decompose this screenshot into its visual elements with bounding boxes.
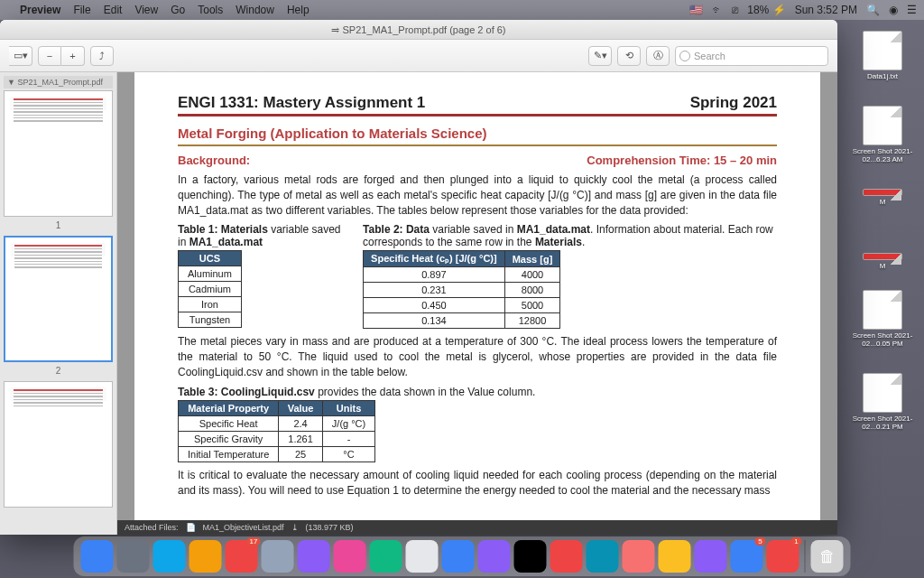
dock-app[interactable]: [117, 540, 150, 573]
document-page: ENGI 1331: Mastery Assignment 1 Spring 2…: [134, 72, 820, 535]
dock-app[interactable]: [659, 540, 691, 573]
preview-window: ⥤ SP21_MA1_Prompt.pdf (page 2 of 6) ▭▾ −…: [0, 20, 837, 535]
dock-app[interactable]: 5: [731, 540, 763, 573]
window-titlebar[interactable]: ⥤ SP21_MA1_Prompt.pdf (page 2 of 6): [0, 20, 837, 40]
dock-app[interactable]: [550, 540, 583, 573]
table-caption: Table 1: Materials variable saved in MA1…: [178, 223, 341, 248]
sidebar-doc-title: ▼ SP21_MA1_Prompt.pdf: [4, 76, 113, 89]
dock-app[interactable]: [298, 540, 330, 573]
table-caption: Table 3: CoolingLiquid.csv provides the …: [178, 386, 777, 398]
control-center-icon[interactable]: ◉: [889, 4, 898, 16]
dock-app[interactable]: [189, 540, 222, 573]
menu-view[interactable]: View: [134, 4, 158, 16]
dock-app[interactable]: [695, 540, 727, 573]
dock-app[interactable]: [623, 540, 655, 573]
dock-app[interactable]: [406, 540, 439, 573]
window-toolbar: ▭▾ − + ⤴ ✎▾ ⟲ Ⓐ Search: [0, 40, 837, 72]
sidebar-toggle-button[interactable]: ▭▾: [9, 46, 32, 66]
document-view[interactable]: ENGI 1331: Mastery Assignment 1 Spring 2…: [117, 72, 837, 535]
divider: [178, 114, 777, 117]
share-button[interactable]: ⤴: [90, 46, 114, 66]
page-number-label: 2: [4, 366, 113, 376]
display-icon[interactable]: ⎚: [732, 4, 738, 16]
page-thumbnail[interactable]: [4, 381, 113, 508]
menu-edit[interactable]: Edit: [104, 4, 123, 16]
pdf-icon: 📄: [186, 523, 196, 532]
spotlight-icon[interactable]: 🔍: [866, 4, 880, 16]
zoom-out-button[interactable]: −: [38, 46, 61, 66]
menu-go[interactable]: Go: [171, 4, 185, 16]
dock-app[interactable]: [442, 540, 475, 573]
list-icon[interactable]: ☰: [907, 4, 917, 16]
dock-app[interactable]: [370, 540, 402, 573]
desktop-file[interactable]: Screen Shot 2021-02...6.23 AM: [846, 106, 919, 163]
zoom-in-button[interactable]: +: [61, 46, 85, 66]
dock: 1751🗑: [74, 536, 851, 576]
doc-course: ENGI 1331: Mastery Assignment 1: [178, 94, 425, 112]
doc-section-title: Metal Forging (Application to Materials …: [178, 126, 777, 141]
battery-status[interactable]: 18% ⚡: [747, 4, 785, 16]
download-icon[interactable]: ⤓: [291, 523, 299, 532]
dock-app[interactable]: 1: [767, 540, 799, 573]
data-table: Specific Heat (cₚ) [J/(g °C)]Mass [g] 0.…: [363, 250, 560, 329]
desktop-file[interactable]: Screen Shot 2021-02...0.21 PM: [846, 373, 919, 431]
attached-label: Attached Files:: [125, 523, 179, 532]
dock-app[interactable]: [514, 540, 547, 573]
dock-app[interactable]: [587, 540, 619, 573]
background-label: Background:: [178, 154, 250, 167]
dock-app[interactable]: [153, 540, 186, 573]
dock-app[interactable]: [262, 540, 294, 573]
dock-app[interactable]: 17: [226, 540, 258, 573]
dock-app[interactable]: [81, 540, 114, 573]
trash-icon[interactable]: 🗑: [811, 540, 844, 573]
macos-menubar: Preview File Edit View Go Tools Window H…: [0, 0, 924, 20]
wifi-icon[interactable]: ᯤ: [712, 4, 723, 16]
attached-filename[interactable]: MA1_ObjectiveList.pdf: [203, 523, 284, 532]
divider: [178, 144, 777, 146]
thumbnails-sidebar: ▼ SP21_MA1_Prompt.pdf 1 2: [0, 72, 117, 535]
dock-app[interactable]: [334, 540, 366, 573]
dock-app[interactable]: [478, 540, 511, 573]
table-caption: Table 2: Data variable saved in MA1_data…: [363, 223, 777, 248]
desktop-icons: Data1j.txt Screen Shot 2021-02...6.23 AM…: [846, 31, 919, 456]
body-paragraph: It is critical to evaluate the necessary…: [178, 468, 777, 499]
search-input[interactable]: Search: [675, 46, 828, 66]
body-paragraph: The metal pieces vary in mass and are pr…: [178, 334, 777, 379]
markup-button[interactable]: ✎▾: [588, 46, 612, 66]
annotate-button[interactable]: Ⓐ: [646, 46, 670, 66]
desktop-file[interactable]: M: [846, 253, 919, 270]
attached-files-bar: Attached Files: 📄 MA1_ObjectiveList.pdf …: [117, 520, 837, 535]
doc-term: Spring 2021: [690, 94, 777, 112]
menu-window[interactable]: Window: [236, 4, 274, 16]
clock[interactable]: Sun 3:52 PM: [795, 4, 857, 16]
menu-tools[interactable]: Tools: [198, 4, 223, 16]
attached-size: (138.977 KB): [306, 523, 354, 532]
desktop-file[interactable]: M: [846, 189, 919, 206]
menu-help[interactable]: Help: [287, 4, 310, 16]
page-thumbnail[interactable]: [4, 90, 113, 217]
desktop-file[interactable]: Data1j.txt: [846, 31, 919, 80]
cooling-liquid-table: Material PropertyValueUnits Specific Hea…: [178, 400, 375, 462]
flag-icon[interactable]: 🇺🇸: [689, 4, 703, 16]
body-paragraph: In a factory, various metal rods are for…: [178, 172, 777, 218]
app-name[interactable]: Preview: [20, 4, 60, 16]
page-thumbnail[interactable]: [4, 236, 113, 362]
materials-table: UCS Aluminum Cadmium Iron Tungsten: [178, 250, 242, 328]
menu-file[interactable]: File: [73, 4, 90, 16]
comprehension-time: Comprehension Time: 15 – 20 min: [587, 154, 777, 167]
desktop-file[interactable]: Screen Shot 2021-02...0.05 PM: [846, 290, 919, 348]
rotate-button[interactable]: ⟲: [617, 46, 641, 66]
page-number-label: 1: [4, 220, 113, 230]
